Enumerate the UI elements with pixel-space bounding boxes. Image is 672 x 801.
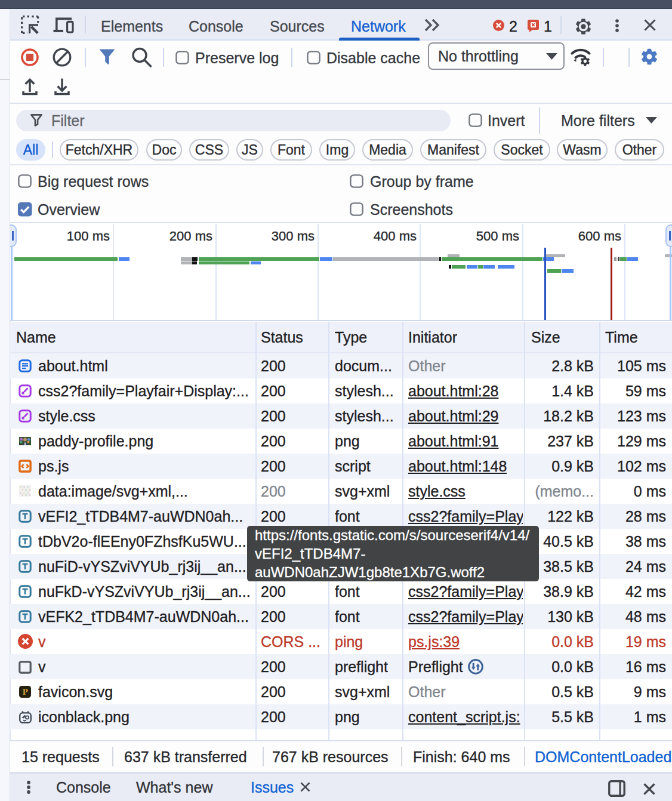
svg-text:P: P xyxy=(23,687,28,697)
